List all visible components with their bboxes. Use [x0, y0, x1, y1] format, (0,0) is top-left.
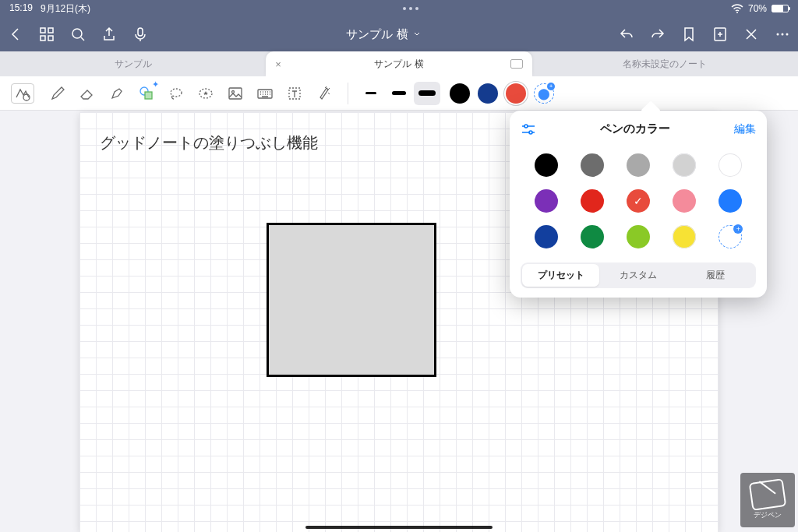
bookmark-icon[interactable] — [681, 26, 697, 42]
svg-point-0 — [736, 12, 738, 13]
grid-color[interactable] — [581, 153, 604, 177]
sliders-icon[interactable] — [521, 123, 536, 136]
grid-color[interactable] — [581, 189, 604, 213]
grid-color[interactable] — [673, 189, 696, 213]
image-tool[interactable] — [221, 79, 249, 107]
svg-point-20 — [524, 125, 528, 128]
text-tool[interactable] — [281, 79, 309, 107]
grid-color[interactable] — [673, 153, 696, 177]
close-icon[interactable] — [743, 26, 759, 42]
color-tabs: プリセット カスタム 履歴 — [521, 262, 756, 288]
tab-thumbnail-icon[interactable] — [510, 59, 523, 69]
grid-icon[interactable] — [39, 26, 55, 42]
svg-rect-4 — [48, 36, 53, 41]
back-icon[interactable] — [8, 26, 23, 42]
drawn-square[interactable] — [267, 223, 436, 377]
grid-add-color[interactable]: + — [719, 225, 742, 248]
search-icon[interactable] — [70, 26, 86, 42]
grid-color[interactable] — [535, 225, 558, 248]
wifi-icon — [731, 4, 743, 13]
stroke-thick[interactable] — [414, 82, 440, 105]
status-bar: 15:19 9月12日(木) 70% — [0, 0, 798, 17]
tab-close-icon[interactable]: × — [275, 58, 281, 70]
tab-sample[interactable]: サンプル — [0, 51, 266, 76]
doc-title[interactable]: サンプル 横 — [148, 27, 619, 42]
svg-point-10 — [786, 33, 789, 36]
favorites-tool[interactable] — [192, 79, 220, 107]
add-page-icon[interactable] — [712, 26, 728, 42]
battery-icon — [772, 5, 789, 12]
keyboard-tool[interactable] — [251, 79, 279, 107]
grid-color[interactable] — [719, 189, 742, 213]
laser-tool[interactable] — [310, 79, 338, 107]
redo-icon[interactable] — [650, 26, 666, 42]
zoom-tool[interactable] — [11, 83, 34, 104]
tab-sample-wide[interactable]: × サンプル 横 — [266, 51, 531, 76]
svg-point-21 — [529, 131, 532, 134]
svg-rect-1 — [41, 28, 45, 33]
grid-color[interactable] — [535, 189, 558, 213]
svg-rect-16 — [229, 88, 242, 99]
grid-color[interactable] — [535, 153, 558, 177]
eraser-tool[interactable] — [73, 79, 101, 107]
seg-preset[interactable]: プリセット — [522, 264, 599, 287]
grid-color[interactable] — [581, 225, 604, 248]
nav-bar: サンプル 横 — [0, 17, 798, 51]
highlighter-tool[interactable] — [103, 79, 131, 107]
tablet-pen-icon — [749, 478, 787, 511]
add-color-button[interactable]: ⬤+ — [534, 83, 554, 104]
edit-button[interactable]: 編集 — [734, 122, 756, 136]
svg-point-17 — [232, 90, 235, 93]
svg-point-14 — [171, 89, 182, 97]
grid-color[interactable] — [673, 225, 696, 248]
color-red[interactable] — [506, 83, 526, 104]
grid-color[interactable]: ✓ — [627, 189, 650, 213]
color-black[interactable] — [450, 83, 470, 104]
color-popover: ペンのカラー 編集 ✓+ プリセット カスタム 履歴 — [510, 111, 767, 298]
color-navy[interactable] — [478, 83, 498, 104]
svg-point-8 — [777, 33, 779, 36]
status-date: 9月12日(木) — [41, 2, 90, 16]
grid-color[interactable] — [627, 153, 650, 177]
watermark-badge: デジペン — [740, 473, 795, 527]
page-handwriting-text: グッドノートの塗りつぶし機能 — [100, 132, 318, 153]
stroke-thin[interactable] — [358, 82, 384, 105]
battery-pct: 70% — [748, 3, 767, 14]
toolbar-divider — [348, 83, 348, 104]
stroke-medium[interactable] — [386, 82, 412, 105]
tab-untitled[interactable]: 名称未設定のノート — [532, 51, 798, 76]
home-indicator[interactable] — [305, 526, 493, 529]
pen-tool[interactable] — [44, 79, 72, 107]
chevron-down-icon — [413, 30, 421, 38]
svg-point-5 — [72, 29, 82, 38]
tab-bar: サンプル × サンプル 横 名称未設定のノート — [0, 51, 798, 76]
undo-icon[interactable] — [619, 26, 634, 42]
grid-color[interactable] — [627, 225, 650, 248]
svg-point-9 — [782, 33, 784, 36]
svg-rect-6 — [138, 28, 143, 36]
svg-rect-13 — [145, 92, 152, 99]
grid-color[interactable] — [719, 153, 742, 177]
color-grid: ✓+ — [521, 147, 756, 262]
svg-rect-2 — [48, 28, 53, 33]
seg-custom[interactable]: カスタム — [599, 264, 676, 287]
popover-title: ペンのカラー — [536, 122, 734, 136]
lasso-tool[interactable] — [162, 79, 190, 107]
more-icon[interactable] — [775, 26, 790, 42]
svg-rect-3 — [41, 36, 45, 41]
drawing-toolbar: ✦ ⬤+ — [0, 76, 798, 111]
status-time: 15:19 — [9, 2, 33, 16]
share-icon[interactable] — [101, 26, 117, 42]
multitask-dots[interactable] — [90, 7, 731, 10]
seg-history[interactable]: 履歴 — [677, 264, 754, 287]
microphone-icon[interactable] — [132, 26, 148, 42]
shape-tool[interactable]: ✦ — [132, 79, 161, 107]
